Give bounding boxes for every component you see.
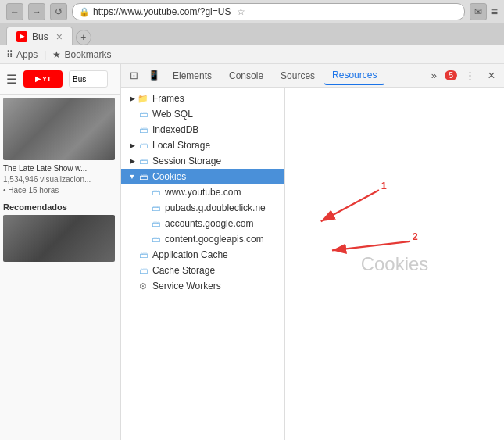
db-icon-appcache: 🗃	[137, 249, 149, 261]
error-badge: 5	[445, 70, 457, 80]
arrow-cachestorage	[127, 266, 137, 275]
yt-header: ☰ ▶ YT	[0, 64, 120, 95]
tab-favicon: ▶	[16, 31, 27, 42]
tree-item-localstorage[interactable]: ▶ 🗃 Local Storage	[121, 138, 284, 153]
forward-button[interactable]: →	[28, 3, 45, 20]
arrow-indexeddb	[127, 125, 137, 134]
back-button[interactable]: ←	[6, 3, 23, 20]
inspect-icon[interactable]: ⊡	[124, 66, 143, 85]
db-icon-localstorage: 🗃	[137, 139, 149, 152]
arrow-serviceworkers	[127, 281, 137, 291]
video-time: • Hace 15 horas	[3, 185, 117, 196]
lock-icon: 🔒	[79, 7, 90, 17]
tree-item-appcache[interactable]: 🗃 Application Cache	[121, 247, 284, 263]
arrow-cookies: ▼	[127, 172, 137, 181]
bookmark-icon: ★	[52, 49, 61, 60]
tree-item-serviceworkers[interactable]: ⚙ Service Workers	[121, 278, 284, 294]
bookmarks-bar: ⠿ Apps | ★ Bookmarks	[0, 45, 504, 64]
db-icon-websql: 🗃	[137, 108, 149, 120]
hamburger-menu-icon[interactable]: ☰	[6, 72, 17, 87]
youtube-sidebar: ☰ ▶ YT The Late Late Show w... 1,534,946…	[0, 64, 121, 440]
devtools-tabs: ⊡ 📱 Elements Console Sources Resources »…	[121, 64, 504, 88]
label-appcache: Application Cache	[152, 249, 228, 260]
url-text: https://www.youtube.com/?gl=US	[93, 6, 231, 17]
folder-icon-frames: 📁	[137, 92, 149, 105]
label-frames: Frames	[152, 93, 184, 104]
bookmark-star-icon[interactable]: ☆	[234, 6, 248, 17]
db-icon-indexeddb: 🗃	[137, 123, 149, 136]
apps-grid-icon: ⠿	[6, 49, 13, 60]
tree-item-accounts-google[interactable]: 🗃 accounts.google.com	[121, 216, 284, 231]
video-title: The Late Late Show w...	[3, 163, 117, 174]
more-tabs-button[interactable]: »	[424, 66, 443, 85]
youtube-logo: ▶ YT	[23, 70, 63, 88]
tabs-bar: ▶ Bus × +	[0, 23, 504, 45]
arrow-localstorage: ▶	[127, 141, 137, 150]
db-icon-youtube: 🗃	[149, 186, 162, 199]
db-icon-accounts-google: 🗃	[149, 217, 162, 230]
arrow-websql	[127, 109, 137, 119]
db-icon-content-googleapis: 🗃	[149, 233, 162, 245]
video-thumbnail	[3, 98, 115, 160]
tree-item-content-googleapis[interactable]: 🗃 content.googleapis.com	[121, 231, 284, 247]
arrow-sessionstorage: ▶	[127, 156, 137, 166]
label-websql: Web SQL	[152, 109, 193, 120]
resources-tree: ▶ 📁 Frames 🗃 Web SQL 🗃 IndexedDB	[121, 88, 285, 440]
tree-item-doubleclick[interactable]: 🗃 pubads.g.doubleclick.ne	[121, 200, 284, 216]
recommended-thumbnail	[3, 215, 115, 262]
main-panel: Cookies	[285, 88, 504, 440]
tree-item-frames[interactable]: ▶ 📁 Frames	[121, 91, 284, 106]
tab-elements[interactable]: Elements	[165, 67, 220, 84]
db-icon-cookies: 🗃	[137, 170, 149, 183]
reload-button[interactable]: ↺	[50, 3, 67, 20]
tab-resources[interactable]: Resources	[324, 66, 384, 85]
tree-item-websql[interactable]: 🗃 Web SQL	[121, 106, 284, 122]
gear-icon-serviceworkers: ⚙	[137, 280, 149, 292]
db-icon-cachestorage: 🗃	[137, 264, 149, 277]
tree-item-youtube[interactable]: 🗃 www.youtube.com	[121, 184, 284, 200]
tree-item-cookies[interactable]: ▼ 🗃 Cookies	[121, 169, 284, 184]
label-content-googleapis: content.googleapis.com	[165, 234, 264, 245]
device-icon[interactable]: 📱	[145, 66, 163, 85]
svg-line-3	[332, 241, 410, 250]
tab-close-icon[interactable]: ×	[56, 30, 63, 43]
apps-shortcut[interactable]: ⠿ Apps	[6, 49, 38, 60]
panel-placeholder-text: Cookies	[361, 253, 429, 275]
label-indexeddb: IndexedDB	[152, 124, 198, 135]
svg-text:2: 2	[413, 231, 418, 242]
devtools-body: ▶ 📁 Frames 🗃 Web SQL 🗃 IndexedDB	[121, 88, 504, 440]
search-input[interactable]	[69, 70, 108, 88]
label-serviceworkers: Service Workers	[152, 281, 221, 292]
label-localstorage: Local Storage	[152, 140, 210, 151]
svg-text:1: 1	[381, 181, 387, 191]
tab-console[interactable]: Console	[221, 67, 271, 84]
arrow-content-googleapis	[140, 234, 149, 244]
tab-sources[interactable]: Sources	[273, 67, 323, 84]
apps-label: Apps	[16, 49, 38, 60]
new-tab-button[interactable]: +	[76, 30, 91, 45]
email-icon[interactable]: ✉	[470, 3, 487, 20]
db-icon-doubleclick: 🗃	[149, 202, 162, 214]
arrow-youtube	[140, 188, 149, 197]
svg-line-2	[321, 190, 379, 221]
label-cachestorage: Cache Storage	[152, 265, 215, 276]
tree-item-sessionstorage[interactable]: ▶ 🗃 Session Storage	[121, 153, 284, 169]
label-doubleclick: pubads.g.doubleclick.ne	[165, 202, 266, 213]
bookmarks-shortcut[interactable]: ★ Bookmarks	[52, 49, 111, 60]
label-accounts-google: accounts.google.com	[165, 218, 253, 229]
db-icon-sessionstorage: 🗃	[137, 155, 149, 167]
arrow-doubleclick	[140, 203, 149, 213]
label-youtube: www.youtube.com	[165, 187, 241, 198]
main-content: ☰ ▶ YT The Late Late Show w... 1,534,946…	[0, 64, 504, 440]
label-cookies: Cookies	[152, 171, 186, 182]
devtools-more-button[interactable]: ⋮	[460, 66, 479, 85]
devtools-close-button[interactable]: ×	[482, 66, 501, 85]
yt-content: The Late Late Show w... 1,534,946 visual…	[0, 95, 120, 268]
chrome-menu-button[interactable]: ≡	[491, 5, 498, 18]
browser-tab[interactable]: ▶ Bus ×	[6, 27, 73, 45]
video-info: The Late Late Show w... 1,534,946 visual…	[3, 163, 117, 196]
tree-item-cachestorage[interactable]: 🗃 Cache Storage	[121, 263, 284, 278]
tree-item-indexeddb[interactable]: 🗃 IndexedDB	[121, 122, 284, 138]
address-bar[interactable]: 🔒 https://www.youtube.com/?gl=US ☆	[72, 3, 465, 20]
arrow-frames: ▶	[127, 94, 137, 103]
